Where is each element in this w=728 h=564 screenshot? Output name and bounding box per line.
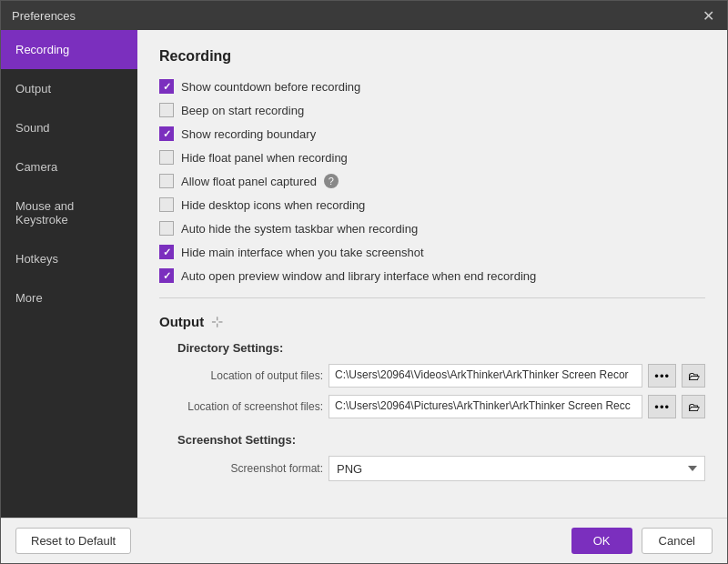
output-section: Output ⊹ Directory Settings: Location of…	[159, 313, 705, 481]
sidebar-item-more[interactable]: More	[1, 278, 137, 317]
checkbox-hide-main[interactable]	[159, 245, 174, 259]
checkbox-row-hide-float: Hide float panel when recording	[159, 150, 705, 165]
folder-icon: 🗁	[688, 369, 700, 383]
screenshot-files-folder-button[interactable]: 🗁	[682, 395, 705, 418]
output-section-title: Output	[159, 314, 204, 329]
checkbox-hide-main-label: Hide main interface when you take screen…	[181, 246, 424, 259]
checkbox-row-auto-open: Auto open preview window and library int…	[159, 268, 705, 283]
titlebar-title: Preferences	[12, 9, 76, 23]
preferences-window: Preferences ✕ Recording Output Sound Cam…	[0, 0, 728, 564]
checkbox-auto-open-label: Auto open preview window and library int…	[181, 269, 536, 283]
screenshot-files-dots-button[interactable]: •••	[648, 395, 676, 418]
screenshot-settings-title: Screenshot Settings:	[177, 433, 705, 447]
screenshot-files-row: Location of screenshot files: C:\Users\2…	[159, 395, 705, 418]
checkbox-hide-float[interactable]	[159, 150, 174, 165]
footer-buttons: OK Cancel	[571, 528, 713, 554]
format-row: Screenshot format: PNG JPG BMP GIF	[159, 456, 705, 481]
checkbox-boundary[interactable]	[159, 126, 174, 141]
move-icon: ⊹	[211, 313, 223, 330]
ok-button[interactable]: OK	[571, 528, 632, 554]
main-content: Recording Output Sound Camera Mouse and …	[1, 30, 727, 518]
titlebar: Preferences ✕	[1, 1, 727, 30]
section-divider	[159, 297, 705, 298]
output-files-dots-button[interactable]: •••	[648, 364, 676, 388]
content-area: Recording Show countdown before recordin…	[137, 30, 727, 518]
reset-button[interactable]: Reset to Default	[15, 528, 131, 554]
screenshot-files-label: Location of screenshot files:	[159, 400, 323, 413]
sidebar-item-camera[interactable]: Camera	[1, 147, 137, 186]
checkbox-row-hide-main: Hide main interface when you take screen…	[159, 245, 705, 259]
cancel-button[interactable]: Cancel	[642, 528, 713, 554]
checkbox-hide-desktop[interactable]	[159, 197, 174, 212]
checkbox-hide-taskbar-label: Auto hide the system taskbar when record…	[181, 222, 418, 236]
output-files-folder-button[interactable]: 🗁	[682, 364, 705, 388]
checkbox-hide-taskbar[interactable]	[159, 221, 174, 236]
recording-section-title: Recording	[159, 48, 705, 65]
checkbox-beep[interactable]	[159, 103, 174, 117]
checkbox-allow-float-label: Allow float panel captured	[181, 175, 317, 188]
output-header: Output ⊹	[159, 313, 705, 330]
checkbox-row-beep: Beep on start recording	[159, 103, 705, 117]
footer: Reset to Default OK Cancel	[1, 518, 727, 563]
sidebar-item-recording[interactable]: Recording	[1, 30, 137, 69]
checkbox-hide-desktop-label: Hide desktop icons when recording	[181, 198, 365, 212]
help-icon[interactable]: ?	[324, 174, 339, 188]
format-label: Screenshot format:	[159, 462, 323, 475]
sidebar: Recording Output Sound Camera Mouse and …	[1, 30, 137, 518]
checkbox-row-hide-taskbar: Auto hide the system taskbar when record…	[159, 221, 705, 236]
checkbox-countdown[interactable]	[159, 79, 174, 94]
directory-settings-title: Directory Settings:	[177, 341, 705, 355]
folder-icon-2: 🗁	[688, 400, 700, 414]
checkbox-beep-label: Beep on start recording	[181, 104, 304, 117]
checkbox-auto-open[interactable]	[159, 268, 174, 283]
checkbox-row-allow-float: Allow float panel captured ?	[159, 174, 705, 188]
checkbox-hide-float-label: Hide float panel when recording	[181, 151, 348, 165]
checkbox-row-hide-desktop: Hide desktop icons when recording	[159, 197, 705, 212]
output-files-label: Location of output files:	[159, 369, 323, 382]
checkbox-countdown-label: Show countdown before recording	[181, 80, 360, 94]
checkbox-row-countdown: Show countdown before recording	[159, 79, 705, 94]
close-button[interactable]: ✕	[700, 7, 716, 24]
sidebar-item-mouse-keystroke[interactable]: Mouse and Keystroke	[1, 186, 137, 239]
output-files-row: Location of output files: C:\Users\20964…	[159, 364, 705, 388]
checkbox-allow-float[interactable]	[159, 174, 174, 188]
screenshot-files-path: C:\Users\20964\Pictures\ArkThinker\ArkTh…	[329, 395, 642, 418]
sidebar-item-sound[interactable]: Sound	[1, 108, 137, 147]
checkbox-boundary-label: Show recording boundary	[181, 127, 316, 141]
sidebar-item-hotkeys[interactable]: Hotkeys	[1, 239, 137, 278]
checkbox-row-boundary: Show recording boundary	[159, 126, 705, 141]
format-select[interactable]: PNG JPG BMP GIF	[329, 456, 705, 481]
output-files-path: C:\Users\20964\Videos\ArkThinker\ArkThin…	[329, 364, 642, 388]
sidebar-item-output[interactable]: Output	[1, 69, 137, 108]
